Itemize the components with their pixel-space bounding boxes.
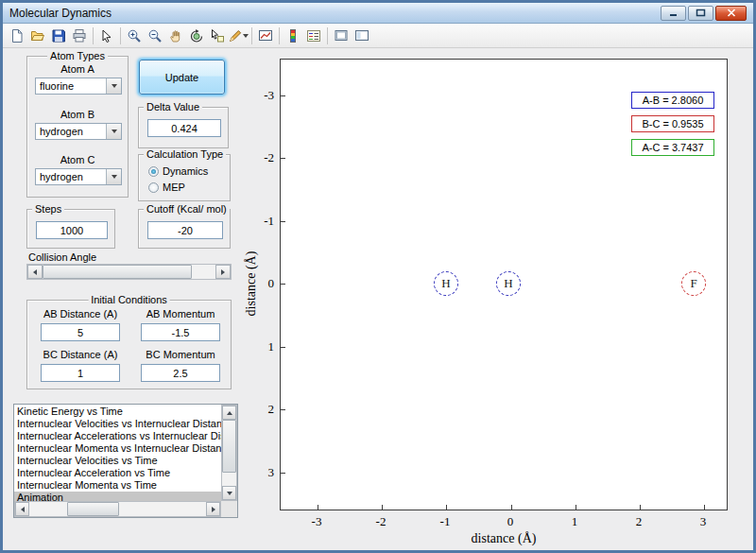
- listbox-vertical-scrollbar[interactable]: [221, 405, 237, 501]
- radio-dynamics-label: Dynamics: [163, 165, 208, 177]
- y-tick-mark: [281, 95, 285, 96]
- horizontal-scroll-thumb[interactable]: [67, 502, 119, 516]
- edit-plot-icon: [99, 28, 114, 43]
- slider-right-arrow-button[interactable]: [215, 265, 231, 279]
- data-cursor-button[interactable]: [207, 26, 228, 46]
- list-item[interactable]: Kinetic Energy vs Time: [14, 406, 221, 418]
- ab-momentum-input[interactable]: [141, 323, 220, 341]
- ab-distance-input[interactable]: [41, 323, 120, 341]
- open-file-button[interactable]: [27, 26, 48, 46]
- y-axis-label: distance (Å): [244, 232, 259, 336]
- horizontal-scroll-track[interactable]: [119, 502, 206, 516]
- arrow-up-icon: [227, 411, 232, 415]
- scroll-right-button[interactable]: [206, 502, 220, 516]
- y-tick-label: 3: [244, 465, 274, 480]
- new-figure-icon: [9, 28, 25, 43]
- delta-value-input[interactable]: [147, 119, 221, 137]
- atom-h2: H: [496, 271, 521, 296]
- hide-plot-tools-button[interactable]: [331, 26, 352, 46]
- scroll-left-button[interactable]: [15, 502, 29, 516]
- x-tick-mark: [511, 505, 512, 510]
- show-plot-tools-button[interactable]: [352, 26, 372, 46]
- slider-thumb[interactable]: [43, 265, 192, 279]
- zoom-in-button[interactable]: [124, 26, 145, 46]
- figure-toolbar: [3, 24, 753, 48]
- zoom-out-icon: [147, 28, 163, 43]
- list-item[interactable]: Internuclear Momenta vs Time: [14, 479, 221, 492]
- insert-colorbar-icon: [285, 28, 301, 43]
- radio-mep[interactable]: MEP: [148, 181, 185, 193]
- atom-a-dropdown[interactable]: fluorine: [35, 78, 122, 95]
- insert-legend-icon: [306, 28, 321, 43]
- bc-momentum-label: BC Momentum: [131, 349, 230, 360]
- brush-data-button[interactable]: [228, 26, 249, 46]
- scroll-down-button[interactable]: [222, 486, 236, 500]
- scroll-up-button[interactable]: [222, 406, 236, 420]
- list-item-selected[interactable]: Animation: [14, 492, 221, 501]
- x-tick-mark: [318, 505, 318, 510]
- pan-hand-button[interactable]: [165, 26, 186, 46]
- initial-conditions-title: Initial Conditions: [88, 294, 170, 305]
- list-item[interactable]: Internuclear Velocities vs Internuclear …: [14, 418, 221, 430]
- delta-value-title: Delta Value: [144, 101, 202, 112]
- slider-track[interactable]: [192, 265, 215, 279]
- arrow-right-icon: [221, 269, 225, 275]
- figure-body: Atom Types Atom A fluorine Atom B hydrog…: [3, 48, 753, 550]
- save-figure-button[interactable]: [48, 26, 69, 46]
- save-figure-icon: [51, 28, 66, 43]
- brush-dropdown-arrow[interactable]: [243, 34, 249, 38]
- new-figure-button[interactable]: [7, 26, 27, 46]
- listbox-horizontal-scrollbar[interactable]: [14, 501, 221, 517]
- cutoff-input[interactable]: [147, 221, 223, 239]
- distance-annotation-ac: A-C = 3.7437: [631, 139, 714, 156]
- link-plot-button[interactable]: [255, 26, 276, 46]
- radio-dynamics[interactable]: Dynamics: [148, 165, 208, 177]
- y-tick-mark: [281, 221, 285, 222]
- x-tick-label: 1: [560, 514, 589, 529]
- distance-annotation-bc: B-C = 0.9535: [631, 115, 714, 132]
- plot-canvas[interactable]: A-B = 2.8060 B-C = 0.9535 A-C = 3.7437 H…: [280, 59, 728, 510]
- plot-type-listbox[interactable]: Kinetic Energy vs Time Internuclear Velo…: [13, 404, 238, 518]
- vertical-scroll-track[interactable]: [222, 473, 236, 486]
- horizontal-scroll-track[interactable]: [29, 502, 67, 516]
- atom-f: F: [681, 271, 706, 296]
- atom-b-dropdown-button[interactable]: [106, 124, 121, 139]
- bc-distance-label: BC Distance (A): [31, 349, 129, 360]
- list-item[interactable]: Internuclear Momenta vs Internuclear Dis…: [14, 442, 221, 455]
- list-item[interactable]: Internuclear Accelerations vs Internucle…: [14, 430, 221, 442]
- atom-c-dropdown-button[interactable]: [106, 169, 121, 184]
- insert-legend-button[interactable]: [303, 26, 324, 46]
- list-item[interactable]: Internuclear Acceleration vs Time: [14, 467, 221, 479]
- atom-c-label: Atom C: [27, 154, 128, 165]
- steps-input[interactable]: [36, 221, 108, 239]
- brush-data-icon: [228, 28, 242, 43]
- link-plot-icon: [258, 28, 273, 43]
- atom-b-dropdown[interactable]: hydrogen: [35, 123, 122, 140]
- insert-colorbar-button[interactable]: [283, 26, 303, 46]
- close-button[interactable]: [715, 6, 747, 21]
- calculation-type-title: Calculation Type: [144, 148, 226, 160]
- delta-value-panel: Delta Value: [138, 107, 229, 148]
- bc-distance-input[interactable]: [41, 364, 120, 382]
- bc-momentum-input[interactable]: [141, 364, 220, 382]
- pan-hand-icon: [168, 28, 183, 43]
- atom-c-dropdown[interactable]: hydrogen: [35, 168, 122, 185]
- list-item[interactable]: Internuclear Velocities vs Time: [14, 455, 221, 467]
- x-tick-mark: [704, 505, 705, 510]
- collision-angle-slider[interactable]: [26, 264, 232, 280]
- minimize-button[interactable]: [661, 6, 686, 21]
- maximize-button[interactable]: [688, 6, 713, 21]
- edit-plot-button[interactable]: [96, 26, 117, 46]
- y-tick-mark: [281, 284, 285, 285]
- rotate-3d-button[interactable]: [186, 26, 207, 46]
- update-button[interactable]: Update: [139, 60, 225, 95]
- zoom-out-button[interactable]: [145, 26, 165, 46]
- title-bar[interactable]: Molecular Dynamics: [3, 3, 753, 24]
- vertical-scroll-thumb[interactable]: [222, 420, 236, 473]
- print-figure-button[interactable]: [69, 26, 90, 46]
- radio-mep-circle: [148, 182, 159, 193]
- chevron-down-icon: [112, 130, 117, 133]
- rotate-3d-icon: [189, 28, 204, 43]
- slider-left-arrow-button[interactable]: [27, 265, 43, 279]
- atom-a-dropdown-button[interactable]: [106, 78, 121, 94]
